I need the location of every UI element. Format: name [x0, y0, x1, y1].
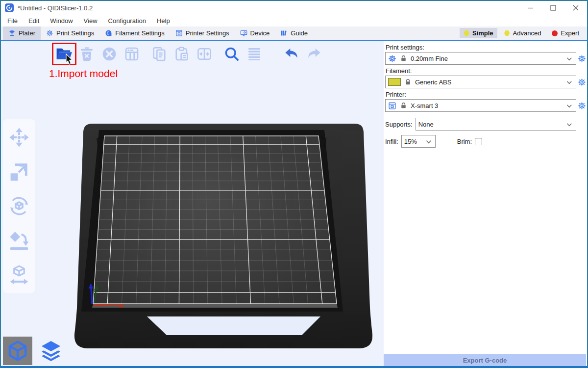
filament-label: Filament: [386, 67, 586, 75]
copy-icon [151, 46, 167, 62]
delete-button[interactable] [75, 44, 98, 64]
maximize-icon [550, 5, 556, 11]
redo-button[interactable] [303, 44, 325, 64]
title-bar: *Untitled - QIDISlicer-1.0.2 [1, 1, 587, 15]
menu-help[interactable]: Help [151, 17, 175, 25]
brim-checkbox[interactable] [475, 138, 482, 145]
undo-button[interactable] [280, 44, 303, 64]
tab-label: Printer Settings [186, 29, 229, 37]
gizmo-toolbar [3, 119, 35, 293]
tab-plater[interactable]: Plater [3, 26, 41, 40]
gear-icon [578, 54, 586, 63]
chevron-down-icon [426, 140, 432, 144]
preview-view-button[interactable] [36, 337, 66, 365]
supports-combo[interactable]: None [416, 118, 576, 131]
expert-mode-icon [552, 30, 558, 36]
measure-gizmo-button[interactable] [8, 263, 30, 286]
tab-guide[interactable]: Guide [275, 26, 313, 40]
maximize-button[interactable] [542, 1, 564, 15]
close-icon [573, 5, 579, 11]
plater-toolbar [53, 43, 325, 65]
menu-file[interactable]: File [2, 17, 23, 25]
export-gcode-button[interactable]: Export G-code [384, 354, 586, 367]
mode-expert[interactable]: Expert [548, 28, 583, 38]
infill-combo[interactable]: 15% [401, 135, 436, 148]
move-gizmo-button[interactable] [8, 126, 30, 149]
split-icon [196, 46, 212, 62]
chevron-down-icon [566, 104, 572, 108]
mode-simple[interactable]: Simple [460, 28, 497, 38]
measure-icon [8, 264, 30, 286]
3d-editor-view-button[interactable] [3, 337, 32, 365]
tab-filament-settings[interactable]: Filament Settings [99, 26, 170, 40]
infill-label: Infill: [385, 138, 398, 145]
cube-icon [6, 340, 29, 362]
place-on-face-gizmo-button[interactable] [8, 229, 30, 252]
tab-device[interactable]: Device [235, 26, 275, 40]
printer-label: Printer: [386, 91, 586, 99]
tab-label: Device [250, 29, 270, 37]
place-on-face-icon [8, 230, 30, 251]
menu-configuration[interactable]: Configuration [103, 17, 151, 25]
gear-icon [578, 78, 586, 86]
copy-button[interactable] [148, 44, 171, 64]
tab-printer-settings[interactable]: Printer Settings [170, 26, 235, 40]
delete-all-icon [101, 46, 117, 62]
redo-icon [306, 46, 322, 62]
infill-value: 15% [404, 138, 417, 145]
filament-combo[interactable]: Generic ABS [385, 76, 576, 88]
tab-label: Print Settings [56, 29, 94, 37]
chevron-down-icon [566, 80, 572, 85]
scale-icon [8, 161, 30, 183]
delete-all-button[interactable] [98, 44, 121, 64]
print-settings-label: Print settings: [386, 44, 586, 52]
edit-filament-button[interactable] [578, 78, 586, 86]
advanced-mode-icon [504, 30, 510, 36]
window-title: *Untitled - QIDISlicer-1.0.2 [18, 4, 93, 12]
3d-viewport[interactable]: 1.Import model [1, 41, 384, 367]
print-settings-value: 0.20mm Fine [411, 55, 448, 62]
lock-icon [404, 78, 412, 86]
app-window: *Untitled - QIDISlicer-1.0.2 File Edit W… [0, 0, 588, 368]
arrange-button[interactable] [121, 44, 143, 64]
lock-icon [400, 54, 407, 62]
close-button[interactable] [564, 1, 587, 15]
print-settings-combo[interactable]: 0.20mm Fine [385, 52, 576, 65]
filament-value: Generic ABS [415, 79, 451, 86]
menu-view[interactable]: View [78, 17, 103, 25]
tab-print-settings[interactable]: Print Settings [41, 26, 99, 40]
layers-button[interactable] [243, 44, 266, 64]
tab-label: Plater [19, 29, 35, 37]
printer-icon [175, 29, 183, 37]
printer-value: X-smart 3 [411, 102, 438, 109]
edit-printer-button[interactable] [578, 102, 586, 110]
filament-icon [105, 29, 112, 37]
minimize-icon [528, 5, 534, 11]
mode-label: Simple [472, 29, 493, 37]
guide-icon [280, 29, 288, 37]
mode-advanced[interactable]: Advanced [500, 28, 545, 38]
print-bed [1, 41, 384, 367]
search-button[interactable] [220, 44, 243, 64]
paste-button[interactable] [171, 44, 193, 64]
menu-window[interactable]: Window [45, 17, 78, 25]
chevron-down-icon [566, 57, 572, 61]
minimize-button[interactable] [519, 1, 542, 15]
rotate-gizmo-button[interactable] [8, 195, 30, 217]
gear-icon [46, 29, 53, 37]
menu-edit[interactable]: Edit [23, 17, 45, 25]
brim-label: Brim: [457, 138, 472, 145]
mode-label: Expert [561, 29, 579, 37]
tab-bar: Plater Print Settings Filament Settings … [1, 26, 587, 41]
lock-icon [400, 102, 407, 109]
split-button[interactable] [193, 44, 216, 64]
edit-print-settings-button[interactable] [578, 54, 586, 63]
view-toggle [3, 337, 66, 365]
filament-color-swatch [388, 78, 401, 86]
search-icon [224, 46, 240, 62]
printer-icon [388, 102, 396, 110]
annotation-import-model: 1.Import model [49, 68, 118, 79]
app-logo-icon [5, 3, 14, 12]
printer-combo[interactable]: X-smart 3 [385, 99, 576, 112]
scale-gizmo-button[interactable] [8, 160, 30, 183]
